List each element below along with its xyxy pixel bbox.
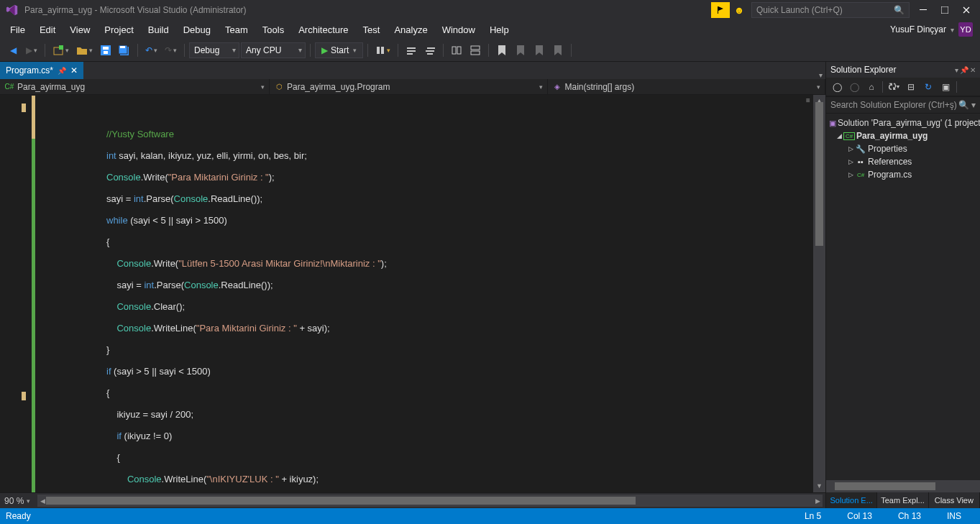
solution-explorer-title-bar[interactable]: Solution Explorer ▾ 📌 ✕ <box>826 62 980 78</box>
foot-tab-team[interactable]: Team Expl... <box>877 492 928 508</box>
minimize-button[interactable] <box>912 2 934 18</box>
user-badge[interactable]: YusuF Dinçyar ▾ YD <box>890 22 977 37</box>
tab-dropdown-icon[interactable]: ▾ <box>819 71 823 79</box>
scroll-thumb[interactable] <box>815 102 823 246</box>
nav-member-select[interactable]: ◈ Main(string[] args) <box>548 79 826 94</box>
scroll-down-icon[interactable]: ▼ <box>813 480 825 492</box>
bookmark-button[interactable] <box>493 42 510 59</box>
step-button-2[interactable] <box>403 42 420 59</box>
hscroll-thumb[interactable] <box>46 497 636 505</box>
nav-back-button[interactable]: ◀ <box>4 42 22 59</box>
menu-team[interactable]: Team <box>218 22 255 38</box>
vertical-scrollbar[interactable]: ▲ ▼ <box>813 95 825 492</box>
bookmark-prev-button[interactable] <box>512 42 529 59</box>
tree-properties-node[interactable]: ▷ 🔧 Properties <box>826 142 980 155</box>
quick-launch-placeholder: Quick Launch (Ctrl+Q) <box>756 5 843 15</box>
svg-rect-14 <box>407 50 416 52</box>
svg-rect-22 <box>471 51 480 55</box>
zoom-select[interactable]: 90 % <box>0 496 35 506</box>
notification-flag-icon[interactable] <box>711 2 730 18</box>
solution-explorer-search[interactable]: Search Solution Explorer (Ctrl+ş) 🔍 ▾ <box>826 96 980 114</box>
step-button-5[interactable] <box>467 42 484 59</box>
menu-test[interactable]: Test <box>356 22 388 38</box>
redo-button[interactable]: ↷▾ <box>162 42 180 59</box>
editor-footer: 90 % ◀ ▶ <box>0 492 825 508</box>
collapse-icon[interactable]: ⊟ <box>903 79 919 95</box>
nav-project-select[interactable]: C# Para_ayirma_uyg <box>0 79 270 94</box>
forward-icon[interactable]: ◯ <box>846 79 862 95</box>
hscroll-thumb[interactable] <box>835 482 935 490</box>
back-icon[interactable]: ◯ <box>829 79 845 95</box>
nav-class-select[interactable]: ⬡ Para_ayirma_uyg.Program <box>270 79 548 94</box>
menu-view[interactable]: View <box>63 22 97 38</box>
quick-launch-input[interactable]: Quick Launch (Ctrl+Q) 🔍 <box>751 2 910 18</box>
menu-edit[interactable]: Edit <box>32 22 63 38</box>
close-button[interactable] <box>956 2 977 18</box>
feedback-smile-icon[interactable]: ☻ <box>730 2 748 18</box>
document-tab-strip: Program.cs* 📌 ✕ ▾ <box>0 62 825 79</box>
expand-icon[interactable]: ▷ <box>846 158 855 165</box>
code-content[interactable]: //Yusty Software int sayi, kalan, ikiyuz… <box>32 95 813 492</box>
menu-build[interactable]: Build <box>141 22 176 38</box>
editor-zone: Program.cs* 📌 ✕ ▾ C# Para_ayirma_uyg ⬡ P… <box>0 62 825 508</box>
tree-references-node[interactable]: ▷ ▪▪ References <box>826 155 980 168</box>
play-icon: ▶ <box>321 45 328 55</box>
show-all-icon[interactable]: ▣ <box>938 79 953 95</box>
user-name: YusuF Dinçyar <box>890 24 946 35</box>
foot-tab-classview[interactable]: Class View <box>929 492 980 508</box>
close-icon[interactable]: ✕ <box>70 65 78 75</box>
pin-icon[interactable]: 📌 <box>58 67 66 75</box>
save-button[interactable] <box>97 42 114 59</box>
nav-forward-button[interactable]: ▶▾ <box>23 42 40 59</box>
svg-rect-6 <box>103 47 109 50</box>
undo-button[interactable]: ↶▾ <box>142 42 160 59</box>
editor-gutter[interactable] <box>0 95 32 492</box>
tree-file-node[interactable]: ▷ C# Program.cs <box>826 168 980 181</box>
search-icon: 🔍 <box>894 5 905 15</box>
wrench-icon: 🔧 <box>855 144 866 154</box>
status-col: Col 13 <box>834 511 885 521</box>
menu-project[interactable]: Project <box>97 22 140 38</box>
sync-icon[interactable]: 🗘▾ <box>886 79 902 95</box>
tree-solution-node[interactable]: ▣ Solution 'Para_ayirma_uyg' (1 project) <box>826 116 980 129</box>
bookmark-clear-button[interactable] <box>549 42 567 59</box>
menu-file[interactable]: File <box>3 22 32 38</box>
menu-analyze[interactable]: Analyze <box>387 22 434 38</box>
home-icon[interactable]: ⌂ <box>864 79 879 95</box>
horizontal-scrollbar[interactable]: ◀ ▶ <box>37 495 823 507</box>
step-button-4[interactable] <box>448 42 465 59</box>
bookmark-next-button[interactable] <box>531 42 548 59</box>
refresh-icon[interactable]: ↻ <box>920 79 936 95</box>
menu-architecture[interactable]: Architecture <box>291 22 355 38</box>
step-button-1[interactable]: ▾ <box>372 42 393 59</box>
close-icon[interactable]: ✕ <box>970 66 976 74</box>
menu-help[interactable]: Help <box>482 22 516 38</box>
platform-select[interactable]: Any CPU <box>241 42 306 58</box>
tree-project-node[interactable]: ◢ C# Para_ayirma_uyg <box>826 129 980 142</box>
expand-icon[interactable]: ▷ <box>846 171 855 178</box>
open-file-button[interactable]: ▾ <box>73 42 96 59</box>
configuration-select[interactable]: Debug <box>189 42 239 58</box>
pane-menu-icon[interactable]: ▾ <box>955 66 958 74</box>
svg-rect-17 <box>426 50 434 52</box>
split-grip-icon[interactable]: ≡ <box>803 95 813 105</box>
scroll-right-icon[interactable]: ▶ <box>812 495 823 507</box>
start-button[interactable]: ▶ Start ▾ <box>315 42 363 58</box>
expand-icon[interactable]: ◢ <box>835 132 843 139</box>
status-bar: Ready Ln 5 Col 13 Ch 13 INS <box>0 508 980 524</box>
foot-tab-solution[interactable]: Solution E... <box>826 492 877 508</box>
menu-tools[interactable]: Tools <box>255 22 291 38</box>
menu-debug[interactable]: Debug <box>176 22 218 38</box>
step-button-3[interactable] <box>421 42 439 59</box>
solution-hscroll[interactable] <box>826 480 980 492</box>
pin-icon[interactable]: 📌 <box>960 66 968 74</box>
save-all-button[interactable] <box>116 42 133 59</box>
solution-icon: ▣ <box>829 119 836 128</box>
menu-window[interactable]: Window <box>435 22 482 38</box>
maximize-button[interactable] <box>934 2 956 18</box>
expand-icon[interactable]: ▷ <box>846 145 855 152</box>
solution-tree[interactable]: ▣ Solution 'Para_ayirma_uyg' (1 project)… <box>826 114 980 480</box>
new-project-button[interactable]: ▾ <box>50 42 72 59</box>
document-tab-active[interactable]: Program.cs* 📌 ✕ <box>0 62 83 79</box>
code-editor[interactable]: //Yusty Software int sayi, kalan, ikiyuz… <box>0 95 825 492</box>
